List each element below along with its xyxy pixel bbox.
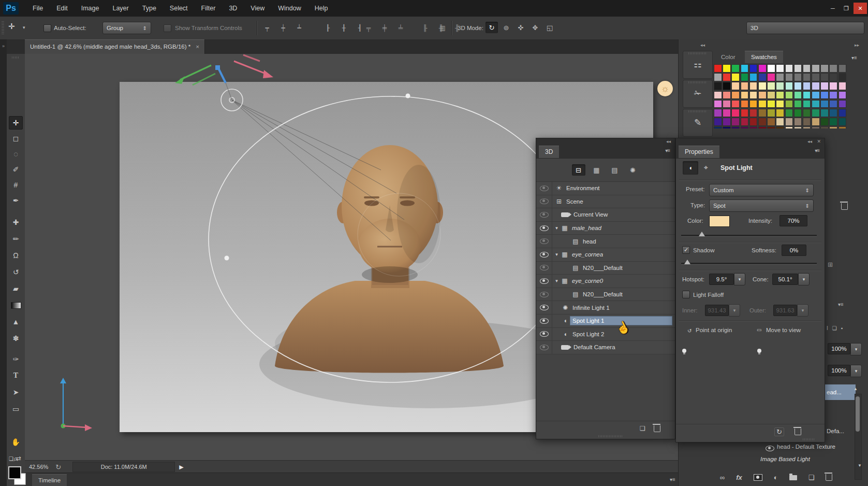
- menu-window[interactable]: Window: [271, 0, 307, 17]
- filter-lights-icon[interactable]: ✺: [626, 164, 640, 176]
- color-swatch[interactable]: [794, 100, 802, 108]
- visibility-toggle[interactable]: [536, 208, 552, 221]
- color-swatch[interactable]: [812, 118, 820, 126]
- new-item-icon[interactable]: ❏: [640, 425, 645, 432]
- document-tab[interactable]: Untitled-1 @ 42.6% (middle aged male hea…: [25, 39, 205, 54]
- collapse-properties-icon[interactable]: ◂◂: [807, 139, 812, 144]
- color-swatch[interactable]: [714, 64, 722, 73]
- visibility-toggle[interactable]: [536, 328, 552, 341]
- visibility-toggle[interactable]: [536, 182, 552, 195]
- color-swatch[interactable]: [794, 109, 802, 117]
- zoom-level-field[interactable]: 42.56%: [29, 464, 48, 470]
- color-swatch[interactable]: [776, 73, 784, 81]
- panel-grip[interactable]: [688, 52, 707, 54]
- color-swatch[interactable]: [776, 82, 784, 90]
- visibility-toggle[interactable]: [536, 262, 552, 275]
- spot-healing-brush-tool[interactable]: ✚: [9, 216, 23, 229]
- color-swatch[interactable]: [723, 82, 731, 90]
- color-swatch[interactable]: [838, 73, 847, 81]
- color-swatch[interactable]: [794, 82, 802, 90]
- distribute-bottom-edges-icon[interactable]: ╧: [394, 22, 407, 34]
- color-swatch[interactable]: [758, 82, 767, 90]
- color-swatch[interactable]: [767, 64, 775, 73]
- scrollbar-thumb[interactable]: [856, 396, 860, 432]
- color-swatch[interactable]: [714, 73, 722, 81]
- properties-menu-icon[interactable]: ▾≡: [815, 148, 819, 153]
- ring-handle-top[interactable]: [406, 94, 410, 98]
- 3d-item-infinite-light-1[interactable]: ✺Infinite Light 1: [536, 301, 675, 315]
- 3d-panel-menu-icon[interactable]: ▾≡: [665, 148, 670, 153]
- 3d-item-n20-default[interactable]: ▤N20___Default: [536, 288, 675, 302]
- zoom-tool[interactable]: ⌕: [9, 452, 23, 465]
- spot-light-type-icon[interactable]: ◖: [683, 161, 698, 175]
- intensity-slider[interactable]: [681, 235, 817, 237]
- tab-timeline[interactable]: Timeline: [32, 474, 67, 486]
- color-swatch[interactable]: [803, 109, 811, 117]
- document-size-field[interactable]: Doc: 11.0M/24.6M: [72, 462, 175, 472]
- menu-filter[interactable]: Filter: [195, 0, 223, 17]
- align-horizontal-centers-icon[interactable]: ╂: [337, 22, 350, 34]
- color-swatch[interactable]: [723, 109, 731, 117]
- 3d-item-default-camera[interactable]: Default Camera: [536, 341, 675, 354]
- color-swatch[interactable]: [829, 118, 837, 126]
- color-swatch[interactable]: [820, 100, 829, 108]
- color-swatch[interactable]: [723, 126, 731, 128]
- fill-dropdown-icon[interactable]: ▾: [850, 365, 862, 377]
- color-swatch[interactable]: [714, 126, 722, 128]
- color-swatch[interactable]: [785, 100, 793, 108]
- twirl-down-icon[interactable]: ▼: [553, 252, 560, 257]
- distribute-vertical-centers-icon[interactable]: ╪: [378, 22, 391, 34]
- tab-3d[interactable]: 3D: [539, 146, 559, 158]
- color-swatch[interactable]: [838, 64, 847, 73]
- visibility-toggle[interactable]: [536, 315, 552, 327]
- color-swatch[interactable]: [803, 82, 811, 90]
- color-swatch[interactable]: [767, 109, 775, 117]
- menu-image[interactable]: Image: [75, 0, 106, 17]
- ibl-layer-label[interactable]: Image Based Light: [760, 456, 810, 462]
- document-close-icon[interactable]: ×: [196, 44, 199, 50]
- color-swatch[interactable]: [820, 64, 829, 73]
- status-play-icon[interactable]: ▶: [179, 464, 183, 470]
- menu-view[interactable]: View: [244, 0, 271, 17]
- color-swatch[interactable]: [820, 118, 829, 126]
- color-swatch[interactable]: [794, 118, 802, 126]
- roll-3d-camera-icon[interactable]: ⊚: [500, 22, 512, 33]
- tab-swatches[interactable]: Swatches: [745, 51, 783, 63]
- color-swatch[interactable]: [776, 109, 784, 117]
- color-swatch[interactable]: [812, 64, 820, 73]
- foreground-background-colors[interactable]: [8, 466, 26, 486]
- color-swatch[interactable]: [758, 109, 767, 117]
- color-swatch[interactable]: [758, 126, 767, 128]
- color-swatch[interactable]: [731, 100, 740, 108]
- menu-select[interactable]: Select: [163, 0, 195, 17]
- menu-3d[interactable]: 3D: [222, 0, 244, 17]
- color-swatch[interactable]: [731, 91, 740, 99]
- 3d-item-head[interactable]: ▤head: [536, 235, 675, 248]
- lasso-tool[interactable]: ◌: [9, 147, 23, 161]
- menu-type[interactable]: Type: [136, 0, 163, 17]
- color-swatch[interactable]: [758, 73, 767, 81]
- 3d-item-current-view[interactable]: Current View: [536, 208, 675, 222]
- auto-select-scope-dropdown[interactable]: Group ⇕: [102, 22, 151, 34]
- twirl-down-icon[interactable]: ▼: [553, 279, 560, 283]
- layer-style-icon[interactable]: fx: [736, 474, 742, 481]
- panel-resize-grip[interactable]: [803, 438, 815, 440]
- clone-stamp-tool[interactable]: Ω: [9, 249, 23, 262]
- color-swatch[interactable]: [749, 100, 758, 108]
- color-swatch[interactable]: [812, 100, 820, 108]
- adjustment-layer-icon[interactable]: ◐: [774, 474, 778, 481]
- color-swatch[interactable]: [829, 64, 837, 73]
- visibility-toggle[interactable]: [536, 288, 552, 301]
- fill-field[interactable]: 100%: [828, 365, 850, 376]
- selected-layer-fragment[interactable]: ead...: [823, 384, 856, 400]
- color-swatch[interactable]: [731, 118, 740, 126]
- visibility-toggle[interactable]: [536, 235, 552, 248]
- expand-panel-icon[interactable]: »: [0, 44, 7, 49]
- visibility-toggle[interactable]: [536, 248, 552, 261]
- grid-fragment-icon[interactable]: ⊞: [828, 261, 833, 268]
- color-swatch[interactable]: [758, 118, 767, 126]
- color-swatch[interactable]: [785, 118, 793, 126]
- align-vertical-centers-icon[interactable]: ┿: [277, 22, 289, 34]
- visibility-toggle[interactable]: [536, 195, 552, 208]
- color-swatch[interactable]: [776, 100, 784, 108]
